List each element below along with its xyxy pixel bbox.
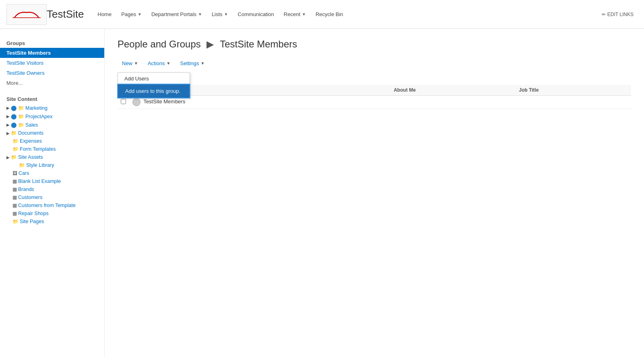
tree-item-marketing[interactable]: ▶ ⬤ 📁 Marketing — [0, 104, 104, 112]
site-title: TestSite — [47, 8, 84, 21]
tree-item-site-assets[interactable]: ▶ 📁 Site Assets — [0, 153, 104, 161]
nav-home[interactable]: Home — [94, 8, 116, 21]
settings-button[interactable]: Settings ▼ — [175, 58, 209, 69]
nav-lists[interactable]: Lists ▼ — [208, 8, 232, 21]
new-button[interactable]: New ▼ — [118, 58, 142, 69]
tree-item-customers-from-template[interactable]: ▦ Customers from Template — [0, 201, 104, 209]
expand-site-assets: ▶ — [6, 155, 10, 160]
tree-item-documents[interactable]: ▶ 📁 Documents — [0, 129, 104, 137]
nav-department-portals[interactable]: Department Portals ▼ — [147, 8, 206, 21]
expenses-folder-icon: 📁 — [12, 138, 19, 144]
table-row: TestSite Members — [118, 96, 631, 109]
new-button-container: New ▼ Add Users Add users to this group. — [118, 58, 142, 69]
tree-item-style-library[interactable]: 📁 Style Library — [0, 161, 104, 169]
breadcrumb-sep: ▶ — [206, 39, 217, 49]
sidebar-item-testsite-owners[interactable]: TestSite Owners — [0, 68, 104, 78]
form-templates-folder-icon: 📁 — [12, 146, 19, 152]
pencil-icon: ✏ — [602, 12, 606, 17]
pages-arrow: ▼ — [138, 12, 142, 16]
settings-arrow: ▼ — [200, 61, 204, 66]
row-checkbox[interactable] — [121, 99, 126, 104]
site-assets-folder-icon: 📁 — [11, 154, 17, 160]
dropdown-add-users-to-group[interactable]: Add users to this group. — [118, 84, 190, 98]
col-job-title: Job Title — [516, 85, 631, 96]
tree-item-blank-list[interactable]: ▦ Blank List Example — [0, 177, 104, 185]
dept-portals-arrow: ▼ — [198, 12, 202, 16]
edit-links-button[interactable]: ✏ EDIT LINKS — [598, 9, 638, 20]
tree-item-sales[interactable]: ▶ ⬤ 📁 Sales — [0, 121, 104, 129]
customers-template-icon: ▦ — [12, 203, 17, 208]
nav-recent[interactable]: Recent ▼ — [280, 8, 310, 21]
new-arrow: ▼ — [134, 61, 138, 66]
row-about-me-cell — [390, 96, 516, 109]
new-dropdown-menu: Add Users Add users to this group. — [118, 72, 190, 98]
folder-sales-icon: 📁 — [18, 122, 24, 128]
col-about-me: About Me — [390, 85, 516, 96]
groups-section-title: Groups — [0, 37, 104, 48]
main-content: People and Groups ▶ TestSite Members New… — [105, 29, 644, 357]
row-job-title-cell — [516, 96, 631, 109]
tree-item-cars[interactable]: 🖼 Cars — [0, 169, 104, 177]
nav-recycle-bin[interactable]: Recycle Bin — [312, 8, 347, 21]
cars-icon: 🖼 — [12, 170, 17, 176]
logo-area: TestSite — [6, 4, 84, 25]
dropdown-add-users[interactable]: Add Users — [118, 73, 190, 84]
folder-projectapex-icon: 📁 — [18, 114, 24, 119]
sidebar: Groups TestSite Members TestSite Visitor… — [0, 29, 105, 357]
marketing-icon: ⬤ — [11, 105, 17, 111]
lists-arrow: ▼ — [224, 12, 228, 16]
actions-arrow: ▼ — [167, 61, 171, 66]
page-title: People and Groups ▶ TestSite Members — [118, 39, 631, 50]
site-pages-icon: 📁 — [12, 219, 19, 224]
sidebar-item-testsite-members[interactable]: TestSite Members — [0, 48, 104, 58]
projectapex-icon: ⬤ — [11, 113, 17, 119]
blank-list-icon: ▦ — [12, 178, 17, 184]
tree-item-brands[interactable]: ▦ Brands — [0, 185, 104, 193]
style-library-folder-icon: 📁 — [19, 162, 25, 168]
repair-shops-icon: ▦ — [12, 211, 17, 216]
brands-icon: ▦ — [12, 187, 17, 192]
tree-item-projectapex[interactable]: ▶ ⬤ 📁 ProjectApex — [0, 112, 104, 121]
row-avatar — [132, 98, 140, 106]
sidebar-divider — [0, 88, 104, 93]
sidebar-item-more[interactable]: More... — [0, 78, 104, 88]
people-table: Name About Me Job Title TestSite Members — [118, 85, 631, 109]
toolbar: New ▼ Add Users Add users to this group.… — [118, 58, 631, 69]
nav-pages[interactable]: Pages ▼ — [117, 8, 146, 21]
sales-icon: ⬤ — [11, 122, 17, 128]
breadcrumb-parent: People and Groups — [118, 39, 201, 49]
tree-item-form-templates[interactable]: 📁 Form Templates — [0, 145, 104, 153]
main-nav: Home Pages ▼ Department Portals ▼ Lists … — [94, 8, 638, 21]
top-nav: TestSite Home Pages ▼ Department Portals… — [0, 0, 644, 29]
customers-icon: ▦ — [12, 195, 17, 200]
logo-image — [6, 4, 47, 25]
actions-button[interactable]: Actions ▼ — [143, 58, 175, 69]
expand-marketing: ▶ — [6, 106, 10, 110]
documents-folder-icon: 📁 — [11, 130, 17, 136]
tree-item-customers[interactable]: ▦ Customers — [0, 193, 104, 201]
main-layout: Groups TestSite Members TestSite Visitor… — [0, 29, 644, 357]
tree-item-site-pages[interactable]: 📁 Site Pages — [0, 217, 104, 226]
expand-sales: ▶ — [6, 123, 10, 127]
site-content-title: Site Content — [0, 93, 104, 104]
expand-documents: ▶ — [6, 131, 10, 135]
breadcrumb-current: TestSite Members — [220, 39, 297, 49]
tree-item-expenses[interactable]: 📁 Expenses — [0, 137, 104, 145]
expand-projectapex: ▶ — [6, 114, 10, 119]
tree-item-repair-shops[interactable]: ▦ Repair Shops — [0, 209, 104, 217]
folder-marketing-icon: 📁 — [18, 105, 24, 111]
recent-arrow: ▼ — [302, 12, 306, 16]
nav-communication[interactable]: Communication — [234, 8, 278, 21]
sidebar-item-testsite-visitors[interactable]: TestSite Visitors — [0, 58, 104, 68]
